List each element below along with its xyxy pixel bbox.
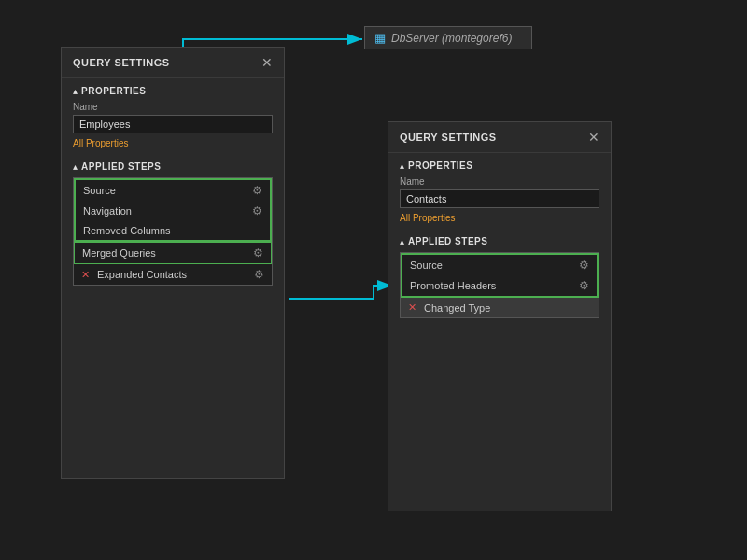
right-steps-arrow: ▴ xyxy=(400,236,404,246)
left-step-expanded-contacts-label: Expanded Contacts xyxy=(97,269,187,280)
right-properties-arrow: ▴ xyxy=(400,161,404,171)
right-properties-title: PROPERTIES xyxy=(408,161,472,171)
right-properties-header: ▴ PROPERTIES xyxy=(400,161,599,171)
right-step-changed-type[interactable]: ✕ Changed Type xyxy=(401,298,599,317)
left-step-navigation-label: Navigation xyxy=(83,205,132,217)
right-green-group: Source ⚙ Promoted Headers ⚙ xyxy=(401,253,599,298)
left-name-label: Name xyxy=(73,102,273,112)
right-panel-title: QUERY SETTINGS xyxy=(400,132,497,143)
right-step-changed-type-label: Changed Type xyxy=(424,302,490,314)
right-steps-header: ▴ APPLIED STEPS xyxy=(400,236,599,246)
right-properties-section: ▴ PROPERTIES Name All Properties xyxy=(388,153,611,231)
left-panel-close-button[interactable]: ✕ xyxy=(261,55,273,70)
right-step-source-label: Source xyxy=(410,259,443,271)
left-step-removed-columns-label: Removed Columns xyxy=(83,225,171,236)
left-step-expanded-contacts-x: ✕ xyxy=(81,269,90,281)
db-icon: ▦ xyxy=(374,31,386,45)
right-step-promoted-headers-gear[interactable]: ⚙ xyxy=(579,279,589,292)
left-panel-header: QUERY SETTINGS ✕ xyxy=(62,48,284,78)
right-name-label: Name xyxy=(400,176,599,187)
left-name-input[interactable] xyxy=(73,115,273,133)
right-step-changed-type-x: ✕ xyxy=(408,301,416,314)
left-properties-section: ▴ PROPERTIES Name All Properties xyxy=(62,78,284,156)
right-panel-close-button[interactable]: ✕ xyxy=(588,130,599,145)
right-query-settings-panel: QUERY SETTINGS ✕ ▴ PROPERTIES Name All P… xyxy=(388,121,612,511)
left-steps-header: ▴ APPLIED STEPS xyxy=(73,161,273,172)
right-name-input[interactable] xyxy=(400,189,599,208)
right-applied-steps-section: ▴ APPLIED STEPS Source ⚙ Promoted Header… xyxy=(388,231,611,324)
left-properties-header: ▴ PROPERTIES xyxy=(73,86,273,96)
right-steps-title: APPLIED STEPS xyxy=(408,236,487,246)
left-all-properties-link[interactable]: All Properties xyxy=(73,138,273,148)
left-step-navigation[interactable]: Navigation ⚙ xyxy=(76,201,270,221)
left-applied-steps-section: ▴ APPLIED STEPS Source ⚙ Navigation ⚙ xyxy=(62,156,284,291)
db-server-badge: ▦ DbServer (montegoref6) xyxy=(364,26,532,49)
left-step-removed-columns[interactable]: Removed Columns xyxy=(76,221,270,240)
right-step-promoted-headers[interactable]: Promoted Headers ⚙ xyxy=(402,275,597,296)
right-step-promoted-headers-label: Promoted Headers xyxy=(410,280,496,291)
left-step-expanded-contacts-gear[interactable]: ⚙ xyxy=(254,268,264,281)
left-steps-title: APPLIED STEPS xyxy=(81,161,161,172)
left-step-source-label: Source xyxy=(83,185,116,196)
left-step-navigation-gear[interactable]: ⚙ xyxy=(252,204,262,217)
left-step-source-gear[interactable]: ⚙ xyxy=(252,184,262,197)
left-step-source[interactable]: Source ⚙ xyxy=(76,180,270,201)
left-step-expanded-contacts[interactable]: ✕ Expanded Contacts ⚙ xyxy=(74,264,272,285)
left-green-group: Source ⚙ Navigation ⚙ Removed Columns xyxy=(74,178,272,242)
db-badge-text: DbServer (montegoref6) xyxy=(391,32,512,45)
right-all-properties-link[interactable]: All Properties xyxy=(400,213,599,223)
left-panel-title: QUERY SETTINGS xyxy=(73,57,170,68)
right-panel-header: QUERY SETTINGS ✕ xyxy=(388,122,611,153)
left-step-merged-queries[interactable]: Merged Queries ⚙ xyxy=(74,242,272,264)
right-steps-box: Source ⚙ Promoted Headers ⚙ ✕ Changed Ty… xyxy=(400,252,599,318)
left-step-merged-queries-gear[interactable]: ⚙ xyxy=(253,246,263,259)
left-properties-arrow: ▴ xyxy=(73,86,78,96)
left-steps-box: Source ⚙ Navigation ⚙ Removed Columns xyxy=(73,177,273,286)
right-step-source-gear[interactable]: ⚙ xyxy=(579,259,589,272)
right-panel-spacer xyxy=(388,324,611,511)
right-step-source[interactable]: Source ⚙ xyxy=(402,255,597,275)
left-query-settings-panel: QUERY SETTINGS ✕ ▴ PROPERTIES Name All P… xyxy=(61,47,285,479)
left-properties-title: PROPERTIES xyxy=(81,86,146,96)
left-step-merged-queries-label: Merged Queries xyxy=(82,247,156,259)
left-panel-spacer xyxy=(62,291,284,478)
left-steps-arrow: ▴ xyxy=(73,161,78,172)
